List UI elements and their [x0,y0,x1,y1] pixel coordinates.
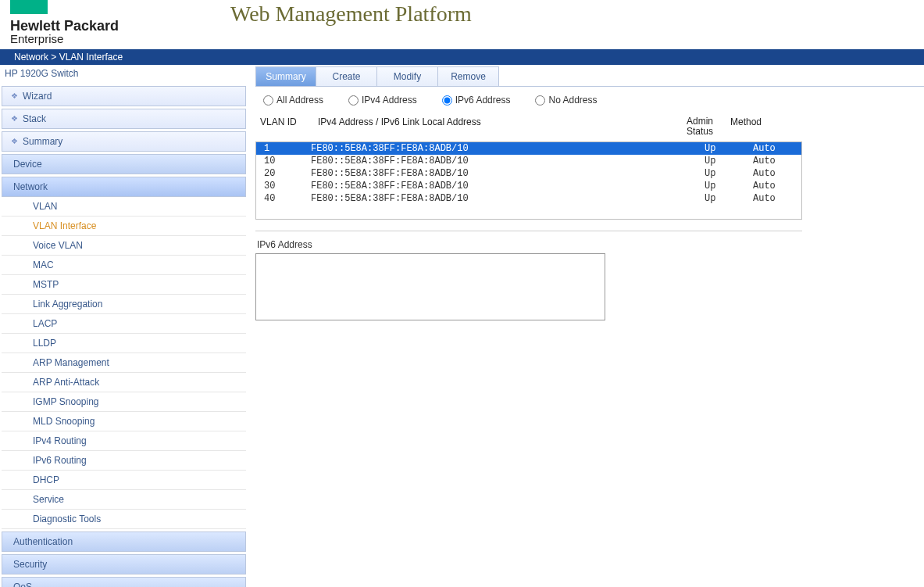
cell-address: FE80::5E8A:38FF:FE8A:8ADB/10 [311,193,705,204]
diamond-icon: ❖ [10,92,18,100]
filter-option[interactable]: IPv4 Address [348,95,417,106]
filter-option[interactable]: No Address [535,95,597,106]
table-row[interactable]: 30FE80::5E8A:38FF:FE8A:8ADB/10UpAuto [256,180,801,192]
ipv6-address-label: IPv6 Address [255,239,924,253]
col-header-address: IPv4 Address / IPv6 Link Local Address [318,116,687,137]
cell-vlan: 20 [258,168,311,179]
page-header: Hewlett Packard Enterprise Web Managemen… [0,0,924,49]
cell-method: Auto [753,181,800,191]
filter-label: IPv6 Address [455,95,511,106]
cell-address: FE80::5E8A:38FF:FE8A:8ADB/10 [311,168,705,179]
sidebar-sub-item[interactable]: Diagnostic Tools [2,510,246,529]
ipv6-address-box[interactable] [255,253,605,320]
tab[interactable]: Summary [255,66,316,86]
col-header-status-line2: Status [687,126,713,137]
table-row[interactable]: 10FE80::5E8A:38FF:FE8A:8ADB/10UpAuto [256,155,801,167]
filter-radio[interactable] [442,95,452,106]
sidebar-sub-item[interactable]: IGMP Snooping [2,392,246,412]
cell-status: Up [705,181,753,191]
breadcrumb-text: Network > VLAN Interface [14,52,123,63]
sidebar-top-label: Summary [23,136,62,147]
sidebar-sub-item[interactable]: DHCP [2,471,246,490]
cell-vlan: 1 [258,143,311,154]
sidebar-sub-item[interactable]: MAC [2,256,246,275]
col-header-status-line1: Admin [687,116,713,127]
tabs: SummaryCreateModifyRemove [255,66,924,87]
sidebar-sub-item[interactable]: MLD Snooping [2,412,246,431]
filter-label: IPv4 Address [362,95,417,106]
sidebar-sub-item[interactable]: LACP [2,314,246,334]
cell-status: Up [705,156,753,166]
col-header-method: Method [730,116,788,137]
filter-radio[interactable] [348,95,359,106]
sidebar-sub-item[interactable]: Link Aggregation [2,295,246,314]
cell-method: Auto [753,156,800,166]
sidebar-sub-item[interactable]: ARP Management [2,353,246,373]
content-area: SummaryCreateModifyRemove All AddressIPv… [248,65,924,587]
vlan-interface-table: VLAN ID IPv4 Address / IPv6 Link Local A… [255,116,802,220]
diamond-icon: ❖ [10,138,18,145]
cell-status: Up [705,193,753,204]
sidebar-sub-item[interactable]: IPv6 Routing [2,451,246,471]
sidebar-category[interactable]: Network [2,177,246,197]
filter-option[interactable]: IPv6 Address [442,95,511,106]
col-header-scroll-spacer [788,116,801,137]
sidebar-category[interactable]: Device [2,154,246,174]
sidebar-sub-item[interactable]: VLAN Interface [2,217,246,236]
table-row[interactable]: 1FE80::5E8A:38FF:FE8A:8ADB/10UpAuto [256,142,801,155]
logo: Hewlett Packard Enterprise [10,0,119,45]
col-header-status: Admin Status [687,116,730,137]
cell-vlan: 40 [258,193,311,204]
cell-method: Auto [753,143,800,154]
sidebar-top-item[interactable]: ❖ Summary [2,132,245,151]
sidebar-category[interactable]: Security [2,554,246,574]
sidebar-category[interactable]: Authentication [2,532,246,552]
sidebar-sub-item[interactable]: LLDP [2,334,246,353]
sidebar-sub-item[interactable]: MSTP [2,275,246,295]
sidebar-top-item[interactable]: ❖ Wizard [2,87,245,106]
sidebar-sub-item[interactable]: Voice VLAN [2,236,246,256]
sidebar-top-item[interactable]: ❖ Stack [2,109,245,128]
logo-mark [10,0,48,14]
sidebar-sub-item[interactable]: Service [2,490,246,510]
sidebar-sub-item[interactable]: IPv4 Routing [2,431,246,451]
cell-vlan: 10 [258,156,311,166]
cell-status: Up [705,143,753,154]
sidebar-sub-item[interactable]: VLAN [2,197,246,217]
filter-radio[interactable] [263,95,273,106]
breadcrumb: Network > VLAN Interface [0,49,924,65]
sidebar-category[interactable]: QoS [2,577,246,587]
sidebar-top-label: Wizard [23,91,52,102]
page-title: Web Management Platform [230,2,472,27]
filter-radio[interactable] [535,95,545,106]
section-divider [255,231,802,231]
table-row[interactable]: 20FE80::5E8A:38FF:FE8A:8ADB/10UpAuto [256,167,801,180]
logo-line2: Enterprise [10,33,119,45]
tab[interactable]: Modify [377,66,438,86]
sidebar-sub-item[interactable]: ARP Anti-Attack [2,373,246,392]
table-row[interactable]: 40FE80::5E8A:38FF:FE8A:8ADB/10UpAuto [256,192,801,205]
cell-method: Auto [753,193,800,204]
sidebar-top-label: Stack [23,113,46,124]
cell-address: FE80::5E8A:38FF:FE8A:8ADB/10 [311,181,705,191]
logo-line1: Hewlett Packard [10,19,119,33]
cell-status: Up [705,168,753,179]
table-header: VLAN ID IPv4 Address / IPv6 Link Local A… [255,116,802,141]
cell-address: FE80::5E8A:38FF:FE8A:8ADB/10 [311,156,705,166]
diamond-icon: ❖ [10,115,18,123]
sidebar: HP 1920G Switch ❖ Wizard ❖ Stack ❖ Summa… [0,65,248,587]
cell-vlan: 30 [258,181,311,191]
table-body[interactable]: 1FE80::5E8A:38FF:FE8A:8ADB/10UpAuto10FE8… [255,141,802,220]
cell-address: FE80::5E8A:38FF:FE8A:8ADB/10 [311,143,705,154]
address-filter-row: All AddressIPv4 AddressIPv6 AddressNo Ad… [255,95,924,116]
filter-label: All Address [276,95,323,106]
tab[interactable]: Remove [438,66,499,86]
cell-method: Auto [753,168,800,179]
device-label: HP 1920G Switch [0,65,248,84]
filter-option[interactable]: All Address [263,95,323,106]
tab[interactable]: Create [316,66,377,86]
filter-label: No Address [548,95,597,106]
col-header-vlan: VLAN ID [257,116,318,137]
